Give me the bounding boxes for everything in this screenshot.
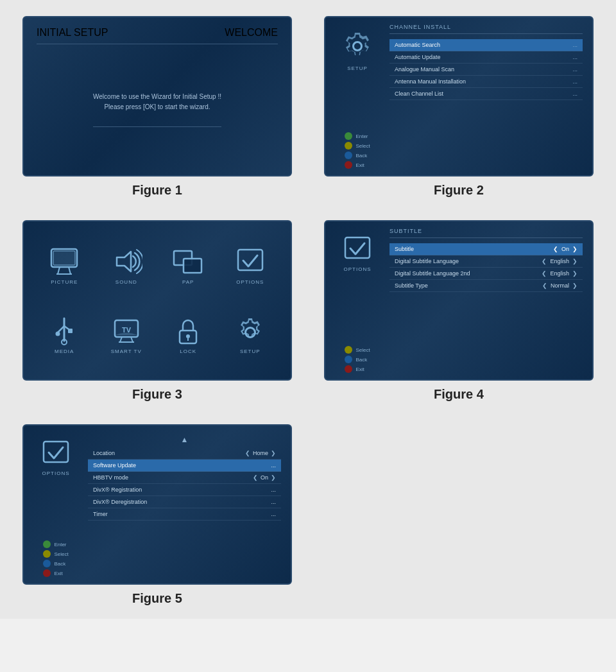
pap-icon (172, 247, 204, 276)
fig5-nav-back: Back (43, 560, 68, 567)
menu-icon-options[interactable]: OPTIONS (223, 247, 278, 285)
option-hbbtv[interactable]: HBBTV mode ❮ On ❯ (88, 472, 281, 484)
figure-4-cell: OPTIONS Select Back Exit (308, 214, 610, 408)
fig1-line2: Please press [OK] to start the wizard. (104, 103, 210, 110)
fig2-right: CHANNEL INSTALL Automatic Search ... Aut… (389, 24, 583, 169)
option-divx-reg[interactable]: DivX® Registration ... (88, 484, 281, 496)
svg-rect-24 (44, 442, 68, 462)
nav-ok-circle (345, 132, 352, 140)
setting-subtitle-type[interactable]: Subtitle Type ❮ Normal ❯ (389, 280, 583, 292)
option-timer[interactable]: Timer ... (88, 508, 281, 521)
fig1-content: Welcome to use the Wizard for Initial Se… (37, 54, 278, 166)
menu-analogue-scan[interactable]: Analogue Manual Scan ... (389, 64, 583, 76)
menu-icons-grid: PICTURE SOUND (37, 234, 278, 366)
channel-install-header: CHANNEL INSTALL (389, 24, 583, 34)
fig1-title-left: INITIAL SETUP (37, 27, 108, 39)
option-software-update[interactable]: Software Update ... (88, 460, 281, 472)
svg-point-12 (56, 331, 60, 336)
sound-label: SOUND (116, 279, 137, 285)
nav-back-circle (345, 151, 352, 159)
figure-3-label: Figure 3 (132, 387, 182, 402)
lock-icon (172, 316, 204, 345)
media-label: MEDIA (55, 349, 74, 354)
usb-icon (48, 316, 80, 345)
scroll-up-indicator: ▲ (88, 435, 281, 444)
figure-1-cell: INITIAL SETUP WELCOME Welcome to use the… (6, 10, 308, 204)
menu-automatic-search[interactable]: Automatic Search ... (389, 39, 583, 51)
figure-6-empty (308, 418, 610, 612)
pap-label: PAP (182, 279, 194, 285)
svg-rect-23 (345, 237, 370, 258)
nav-select: Select (345, 142, 370, 150)
figure-5-label: Figure 5 (132, 591, 182, 606)
setting-digit-sub-lang-2nd[interactable]: Digital Subtitle Language 2nd ❮ English … (389, 268, 583, 280)
nav-enter: Enter (345, 132, 370, 140)
setting-digit-sub-lang[interactable]: Digital Subtitle Language ❮ English ❯ (389, 255, 583, 268)
figure-2-label: Figure 2 (434, 183, 484, 198)
fig1-header: INITIAL SETUP WELCOME (37, 27, 278, 44)
svg-point-21 (186, 334, 190, 338)
setup-label: SETUP (240, 349, 261, 354)
menu-icon-picture[interactable]: PICTURE (37, 247, 92, 285)
picture-label: PICTURE (51, 279, 78, 285)
subtitle-header: SUBTITLE (389, 228, 583, 238)
monitor-icon (48, 247, 80, 276)
fig2-left: SETUP Enter Select Back (335, 24, 380, 169)
nav-select-fig4: Select (345, 346, 370, 354)
fig4-options-label: OPTIONS (343, 266, 371, 272)
svg-line-1 (58, 267, 60, 274)
smarttv-label: SMART TV (111, 349, 142, 354)
figure-4-screen: OPTIONS Select Back Exit (324, 220, 594, 381)
fig4-right: SUBTITLE Subtitle ❮ On ❯ Digital Subtitl… (389, 228, 583, 373)
option-location[interactable]: Location ❮ Home ❯ (88, 447, 281, 460)
sound-icon (110, 247, 142, 276)
options-label: OPTIONS (236, 279, 264, 285)
menu-clean-list[interactable]: Clean Channel List ... (389, 88, 583, 100)
figure-5-screen: OPTIONS Enter Select Back (22, 424, 292, 585)
figure-4-label: Figure 4 (434, 387, 484, 402)
lock-label: LOCK (180, 349, 196, 354)
svg-rect-7 (184, 259, 201, 273)
figure-5-cell: OPTIONS Enter Select Back (6, 418, 308, 612)
svg-rect-4 (53, 251, 75, 265)
nav-exit-circle (345, 161, 352, 169)
svg-line-2 (69, 267, 71, 274)
figure-1-screen: INITIAL SETUP WELCOME Welcome to use the… (22, 16, 292, 177)
fig4-nav: Select Back Exit (345, 346, 370, 373)
nav-exit: Exit (345, 161, 370, 169)
smarttv-icon: TV (110, 316, 142, 345)
menu-antenna[interactable]: Antenna Manual Installation ... (389, 76, 583, 88)
nav-select-circle (345, 346, 352, 354)
fig5-nav: Enter Select Back Exit (43, 540, 68, 577)
setting-subtitle[interactable]: Subtitle ❮ On ❯ (389, 243, 583, 255)
menu-icon-sound[interactable]: SOUND (99, 247, 155, 285)
figure-3-screen: PICTURE SOUND (22, 220, 292, 381)
nav-back-circle (345, 356, 352, 363)
options-icon (341, 234, 373, 266)
menu-icon-lock[interactable]: LOCK (160, 316, 216, 354)
fig4-left: OPTIONS Select Back Exit (335, 228, 380, 373)
svg-text:TV: TV (122, 326, 132, 334)
menu-icon-smarttv[interactable]: TV SMART TV (99, 316, 155, 354)
nav-back: Back (345, 151, 370, 159)
fig1-title-right: WELCOME (225, 27, 278, 39)
gear-icon (341, 30, 373, 62)
menu-icon-setup[interactable]: SETUP (223, 316, 278, 354)
fig1-divider (93, 126, 221, 127)
menu-icon-media[interactable]: MEDIA (37, 316, 92, 354)
fig5-options-icon (40, 438, 72, 470)
menu-automatic-update[interactable]: Automatic Update ... (389, 51, 583, 64)
menu-icon-pap[interactable]: PAP (160, 247, 216, 285)
svg-rect-8 (238, 250, 262, 270)
nav-exit-fig4: Exit (345, 365, 370, 373)
figure-2-screen: SETUP Enter Select Back (324, 16, 594, 177)
fig5-left: OPTIONS Enter Select Back (33, 432, 78, 577)
setup-gear-icon (234, 316, 266, 345)
fig1-line1: Welcome to use the Wizard for Initial Se… (93, 93, 221, 100)
fig5-right: ▲ Location ❮ Home ❯ Software Update ... (88, 432, 281, 577)
figure-3-cell: PICTURE SOUND (6, 214, 308, 408)
fig5-options-label: OPTIONS (42, 470, 69, 476)
svg-rect-13 (68, 329, 73, 333)
option-divx-dereg[interactable]: DivX® Deregistration ... (88, 496, 281, 508)
options-checkmark-icon (234, 247, 266, 276)
